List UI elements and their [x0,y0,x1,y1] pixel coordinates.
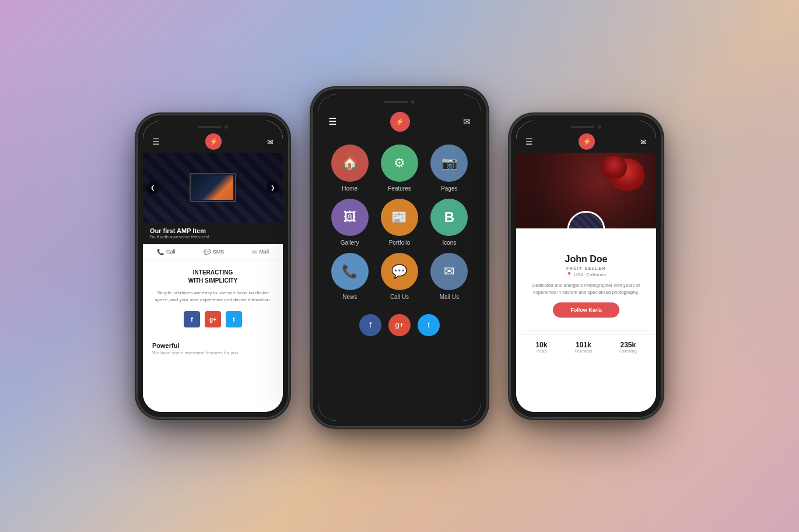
phone-3-wrapper: ☰ ⚡ ✉ [510,115,662,418]
headline: INTERACTING WITH SIMPLICITY [152,269,274,285]
logo-1[interactable]: ⚡ [205,133,222,150]
notch-1 [181,121,245,133]
profile-title: FRUIT SELLER [525,266,647,270]
pages-circle: 📷 [430,145,468,182]
logo-symbol-2: ⚡ [395,118,404,126]
menu-item-features[interactable]: ⚙ Features [378,145,420,192]
features-circle: ⚙ [381,145,418,182]
sms-label: SMS [213,249,225,255]
logo-symbol-1: ⚡ [209,138,218,146]
followers-label: Followers [574,349,592,353]
menu-item-icons[interactable]: B Icons [428,199,471,246]
phone-1-hero: ❮ ❯ [143,153,283,223]
menu-item-callus[interactable]: 💬 Call Us [378,253,420,300]
hero-arrow-right[interactable]: ❯ [267,181,279,194]
section-title: Powerful [143,336,283,350]
phone-1-content: ☰ ⚡ ✉ ❮ [143,121,283,412]
pages-label: Pages [441,185,457,192]
item-subtitle-1: Built with awesome features! [150,234,276,239]
hamburger-icon-1[interactable]: ☰ [152,137,160,146]
phone-1-screen: ☰ ⚡ ✉ ❮ [143,121,283,412]
profile-info: John Doe FRUIT SELLER 📍 USA, California … [516,254,656,331]
mail-btn-icon: ✉ [252,249,257,255]
menu-item-gallery[interactable]: 🖼 Gallery [328,199,371,246]
menu-item-pages[interactable]: 📷 Pages [428,145,471,192]
following-label: Following [619,349,637,353]
twitter-button-2[interactable]: t [418,314,440,336]
item-title-1: Our first AMP Item [150,227,276,234]
stat-following: 235k Following [619,341,637,353]
following-value: 235k [619,341,637,349]
phone-3-frame: ☰ ⚡ ✉ [510,115,662,418]
mail-icon-2[interactable]: ✉ [463,117,471,127]
features-label: Features [388,185,411,192]
menu-item-news[interactable]: 📞 News [328,253,371,300]
logo-2[interactable]: ⚡ [390,112,410,132]
posts-value: 10k [535,341,547,349]
phone-2-screen: ☰ ⚡ ✉ 🏠 Home ⚙ Features [318,94,481,421]
facebook-button-1[interactable]: f [184,311,200,327]
logo-3[interactable]: ⚡ [579,133,595,150]
googleplus-button-1[interactable]: g+ [205,311,221,327]
menu-item-portfolio[interactable]: 📰 Portfolio [378,199,420,246]
googleplus-button-2[interactable]: g+ [388,314,411,336]
avatar-image [569,213,604,228]
strawberry-decoration-2 [601,156,627,179]
phone-3-content: ☰ ⚡ ✉ [516,121,656,412]
news-label: News [342,294,357,300]
portfolio-label: Portfolio [389,239,411,246]
follow-button[interactable]: Follow Karla [553,302,619,318]
menu-item-home[interactable]: 🏠 Home [328,145,371,192]
camera-2 [411,100,415,104]
phone-1-frame: ☰ ⚡ ✉ ❮ [137,115,289,418]
divider-3 [525,330,647,331]
followers-value: 101k [574,341,592,349]
camera-1 [225,125,228,129]
phone-3-hero [516,153,656,228]
phone-1-wrapper: ☰ ⚡ ✉ ❮ [137,115,289,418]
profile-name: John Doe [525,254,647,265]
twitter-button-1[interactable]: t [226,311,242,327]
camera-3 [598,125,601,129]
callus-label: Call Us [390,294,409,300]
icons-label: Icons [442,239,456,246]
stats-row: 10k Posts 101k Followers 235k Following [516,334,656,353]
location-pin-icon: 📍 [566,272,572,277]
portfolio-circle: 📰 [381,199,418,236]
monitor-shape [190,173,236,202]
phone-2-content: ☰ ⚡ ✉ 🏠 Home ⚙ Features [318,94,481,421]
hamburger-icon-3[interactable]: ☰ [525,137,533,146]
call-label: Call [166,249,176,255]
home-circle: 🏠 [331,145,369,182]
speaker-2 [384,101,408,103]
phone-2-wrapper: ☰ ⚡ ✉ 🏠 Home ⚙ Features [312,106,487,427]
mailus-label: Mail Us [440,294,459,300]
gallery-circle: 🖼 [331,199,369,236]
mail-icon-1[interactable]: ✉ [267,138,274,146]
contact-bar: 📞 Call 💬 SMS ✉ Mail [143,244,283,260]
posts-label: Posts [535,349,547,353]
facebook-button-2[interactable]: f [359,314,381,336]
logo-symbol-3: ⚡ [583,138,591,146]
home-label: Home [342,185,358,192]
phone-3-screen: ☰ ⚡ ✉ [516,121,656,412]
mail-icon-3[interactable]: ✉ [640,138,647,146]
sms-button[interactable]: 💬 SMS [204,249,225,255]
body-text: Simple interfaces are easy to use and fo… [152,290,274,305]
speaker-1 [198,126,221,128]
menu-grid: 🏠 Home ⚙ Features 📷 Pages 🖼 Gallery [318,139,481,306]
profile-location: 📍 USA, California [525,272,647,277]
menu-item-mailus[interactable]: ✉ Mail Us [428,253,471,300]
hero-arrow-left[interactable]: ❮ [146,181,159,194]
mail-button[interactable]: ✉ Mail [252,249,269,255]
icons-circle: B [430,199,468,236]
headline-line1: INTERACTING [193,269,233,276]
social-row-1: f g+ t [152,311,274,327]
hamburger-icon-2[interactable]: ☰ [328,116,337,127]
left-arrow-icon: ❮ [150,185,155,191]
call-button[interactable]: 📞 Call [157,249,176,255]
call-icon: 📞 [157,249,164,255]
phone-1-item-info: Our first AMP Item Built with awesome fe… [143,223,283,244]
notch-2 [362,94,437,110]
headline-line2: WITH SIMPLICITY [188,277,237,284]
